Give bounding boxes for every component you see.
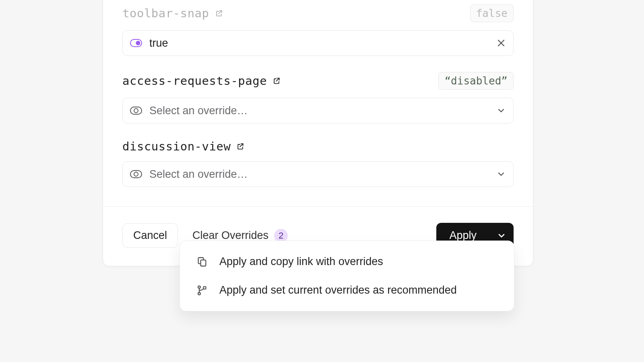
override-value: true	[149, 37, 168, 49]
svg-point-1	[136, 41, 140, 45]
flag-name: access-requests-page	[122, 74, 267, 88]
override-placeholder: Select an override…	[149, 168, 248, 181]
menu-item-apply-set-recommended[interactable]: Apply and set current overrides as recom…	[180, 276, 514, 304]
svg-point-5	[134, 172, 138, 176]
menu-item-apply-copy-link[interactable]: Apply and copy link with overrides	[180, 247, 514, 276]
clear-overrides-label: Clear Overrides	[192, 229, 268, 242]
override-selector[interactable]: Select an override…	[122, 161, 514, 187]
svg-rect-2	[130, 107, 142, 114]
flag-current-badge: false	[470, 4, 514, 22]
chevron-down-icon[interactable]	[496, 169, 506, 179]
cancel-button[interactable]: Cancel	[122, 223, 178, 248]
flag-head: discussion-view	[122, 140, 514, 153]
toggle-on-icon	[130, 39, 142, 47]
override-selector[interactable]: Select an override…	[122, 98, 514, 123]
external-link-icon[interactable]	[236, 142, 244, 150]
override-placeholder: Select an override…	[149, 105, 248, 117]
apply-dropdown-menu: Apply and copy link with overrides Apply…	[180, 241, 514, 311]
copy-icon	[195, 256, 209, 267]
svg-rect-4	[130, 171, 142, 178]
flag-block-access-requests-page: access-requests-page “disabled” Select a…	[122, 72, 514, 123]
flag-head: access-requests-page “disabled”	[122, 72, 514, 90]
flag-head: toolbar-snap false	[122, 4, 514, 22]
toggle-off-icon	[130, 106, 142, 115]
menu-item-label: Apply and copy link with overrides	[219, 255, 383, 268]
external-link-icon[interactable]	[272, 77, 281, 85]
panel-body: toolbar-snap false true acc	[103, 4, 533, 187]
flag-block-discussion-view: discussion-view Select an override…	[122, 140, 514, 187]
chevron-down-icon[interactable]	[496, 106, 506, 115]
external-link-icon[interactable]	[215, 9, 223, 17]
flag-block-toolbar-snap: toolbar-snap false true	[122, 4, 514, 56]
overrides-panel: toolbar-snap false true acc	[103, 0, 533, 266]
flag-current-badge: “disabled”	[438, 72, 514, 90]
branch-plus-icon	[195, 285, 209, 296]
flag-name: discussion-view	[122, 140, 231, 153]
toggle-off-icon	[130, 170, 142, 179]
menu-item-label: Apply and set current overrides as recom…	[219, 284, 457, 296]
svg-rect-7	[201, 260, 206, 266]
override-selector[interactable]: true	[122, 30, 514, 56]
svg-point-3	[134, 109, 138, 113]
clear-override-icon[interactable]	[496, 38, 506, 48]
flag-name: toolbar-snap	[122, 6, 209, 20]
